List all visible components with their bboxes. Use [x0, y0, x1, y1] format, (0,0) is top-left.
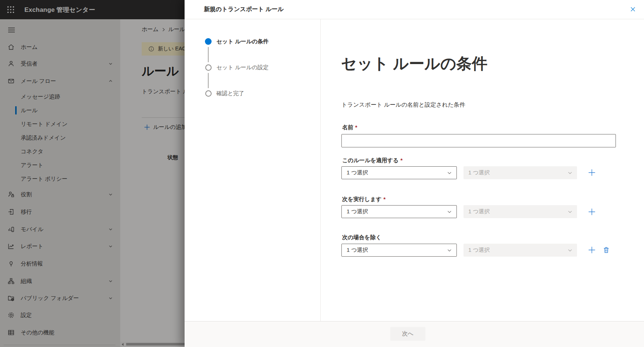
- plus-icon: [588, 246, 596, 254]
- do-following-label: 次を実行します*: [342, 196, 385, 203]
- wizard-page-title: セット ルールの条件: [341, 53, 488, 74]
- chevron-down-icon: [447, 170, 452, 176]
- action-value-select-1[interactable]: 1 つ選択: [463, 205, 577, 218]
- new-transport-rule-panel: 新規のトランスポート ルール セット ルールの条件 セット ルールの設定 確認と…: [185, 0, 644, 347]
- add-action-button[interactable]: [587, 207, 596, 216]
- delete-exception-button[interactable]: [602, 246, 611, 254]
- step-3-label: 確認と完了: [216, 90, 244, 97]
- step-indicator-upcoming: [205, 64, 212, 71]
- name-label: 名前*: [342, 124, 357, 131]
- exchange-admin-center: Exchange 管理センター ホーム 受信者: [0, 0, 644, 347]
- steps-content-divider: [320, 19, 321, 321]
- step-connector: [208, 73, 209, 88]
- apply-rule-label: このルールを適用する*: [342, 157, 402, 164]
- except-if-label: 次の場合を除く: [342, 234, 383, 241]
- add-condition-button[interactable]: [587, 168, 596, 177]
- close-icon: [630, 6, 636, 13]
- close-button[interactable]: [628, 4, 638, 14]
- step-indicator-active: [205, 38, 212, 45]
- header-divider: [185, 19, 644, 19]
- step-connector: [208, 47, 209, 62]
- step-1-label: セット ルールの条件: [216, 38, 269, 45]
- panel-footer: 次へ: [185, 321, 644, 347]
- chevron-down-icon: [447, 209, 452, 214]
- wizard-page-subtitle: トランスポート ルールの名前と設定された条件: [341, 101, 465, 109]
- chevron-down-icon: [567, 248, 573, 253]
- exception-value-select-1[interactable]: 1 つ選択: [463, 244, 577, 257]
- chevron-down-icon: [567, 170, 573, 176]
- trash-icon: [603, 246, 610, 254]
- condition-select-1[interactable]: 1 つ選択: [341, 166, 457, 179]
- action-select-1[interactable]: 1 つ選択: [341, 205, 457, 218]
- chevron-down-icon: [567, 209, 573, 214]
- plus-icon: [588, 169, 596, 177]
- add-exception-button[interactable]: [587, 246, 596, 254]
- condition-value-select-1[interactable]: 1 つ選択: [463, 166, 577, 179]
- panel-title: 新規のトランスポート ルール: [204, 0, 284, 19]
- plus-icon: [588, 208, 596, 216]
- next-button[interactable]: 次へ: [390, 327, 425, 341]
- exception-select-1[interactable]: 1 つ選択: [341, 244, 457, 257]
- chevron-down-icon: [447, 248, 452, 253]
- step-2-label: セット ルールの設定: [216, 64, 269, 71]
- step-indicator-upcoming: [205, 90, 212, 97]
- rule-name-input[interactable]: [341, 134, 616, 147]
